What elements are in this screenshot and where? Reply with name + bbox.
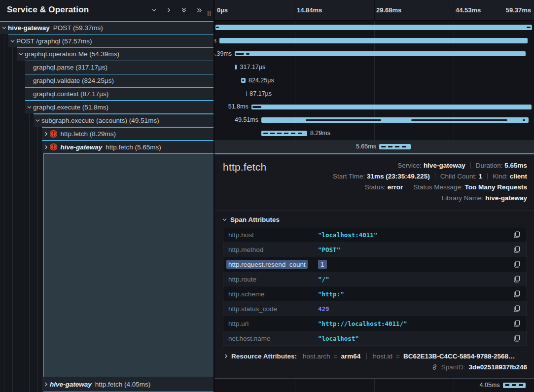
attribute-key: http.host bbox=[228, 231, 318, 239]
attribute-value: "http:" bbox=[318, 290, 509, 298]
indent-guide bbox=[37, 127, 38, 140]
chevron-down-icon[interactable] bbox=[34, 118, 41, 123]
tree-row[interactable]: hive-gatewayPOST (59.37ms) bbox=[0, 21, 214, 34]
meta-label: Start Time: bbox=[333, 173, 367, 180]
copy-icon[interactable] bbox=[514, 276, 520, 283]
indent-guide bbox=[4, 47, 4, 61]
chevron-right-icon[interactable] bbox=[42, 131, 50, 137]
indent-guide bbox=[12, 100, 13, 113]
span-bar[interactable] bbox=[379, 144, 411, 149]
copy-icon[interactable] bbox=[514, 261, 520, 268]
tree-row[interactable]: !http.fetch (8.29ms) bbox=[0, 127, 214, 140]
span-bar[interactable] bbox=[261, 117, 529, 123]
attribute-row[interactable]: http.request.resend_count1 bbox=[223, 257, 527, 272]
span-attributes-section-header[interactable]: Span Attributes bbox=[222, 216, 534, 223]
resource-attributes-row[interactable]: Resource Attributes:host.arch=arm64host.… bbox=[222, 353, 527, 360]
meta-value: 5.65ms bbox=[504, 162, 527, 169]
chevron-right-icon[interactable] bbox=[166, 7, 172, 13]
span-bar[interactable] bbox=[503, 383, 526, 388]
tree-row[interactable]: graphql.operation Me (54.39ms) bbox=[0, 47, 214, 61]
indent-guide bbox=[4, 61, 4, 74]
chevron-right-icon[interactable] bbox=[42, 382, 50, 387]
chevron-down-icon[interactable] bbox=[0, 25, 8, 31]
attribute-row[interactable]: http.scheme"http:" bbox=[223, 286, 527, 301]
tree-row[interactable]: POST /graphql (57.57ms) bbox=[0, 34, 214, 47]
meta-label: Service: bbox=[397, 162, 424, 169]
indent-guide bbox=[4, 100, 4, 113]
chevron-right-icon[interactable] bbox=[222, 354, 230, 359]
copy-icon[interactable] bbox=[514, 231, 520, 238]
span-label: POST /graphql (57.57ms) bbox=[16, 37, 92, 45]
tree-row[interactable]: graphql.validate (824.25µs) bbox=[0, 74, 214, 87]
meta-label: Status Message: bbox=[413, 183, 464, 191]
gridline bbox=[454, 0, 454, 20]
panel-title: Service & Operation bbox=[7, 5, 89, 15]
chevron-down-icon[interactable] bbox=[25, 105, 33, 110]
indent-guide bbox=[21, 140, 21, 153]
tree-row[interactable]: graphql.parse (317.17µs) bbox=[0, 61, 214, 74]
indent-guide bbox=[21, 377, 21, 392]
attribute-row[interactable]: http.method"POST" bbox=[223, 242, 527, 257]
bar-segment bbox=[246, 53, 250, 55]
span-bar[interactable] bbox=[241, 78, 246, 83]
copy-icon[interactable] bbox=[514, 320, 520, 327]
indent-guide bbox=[12, 140, 13, 153]
attribute-row[interactable]: http.url"http://localhost:4011/" bbox=[223, 316, 527, 331]
attribute-key: http.method bbox=[228, 246, 318, 253]
indent-guide bbox=[12, 74, 13, 87]
tree-row[interactable]: !hive-gatewayhttp.fetch (5.65ms) bbox=[0, 140, 214, 153]
copy-icon[interactable] bbox=[514, 290, 520, 297]
axis-tick-label: 59.37ms bbox=[506, 0, 531, 20]
attribute-row[interactable]: http.host"localhost:4011" bbox=[223, 227, 527, 242]
tree-row[interactable]: graphql.execute (51.8ms) bbox=[0, 100, 214, 113]
gridline bbox=[374, 0, 375, 20]
span-bar[interactable] bbox=[261, 131, 307, 136]
span-bar[interactable] bbox=[251, 105, 532, 110]
copy-icon[interactable] bbox=[514, 335, 520, 342]
meta-label: Library Name: bbox=[442, 194, 486, 202]
span-bar[interactable] bbox=[215, 25, 532, 30]
collapse-chevron-down-icon[interactable] bbox=[151, 7, 157, 13]
span-id-value: 3de02518937fb246 bbox=[468, 363, 527, 371]
copy-icon[interactable] bbox=[514, 246, 520, 253]
duration-label: 4.05ms bbox=[480, 379, 500, 392]
bar-segment bbox=[252, 106, 261, 108]
timeline-row[interactable]: 5.65ms bbox=[214, 140, 534, 153]
tree-row[interactable]: subgraph.execute (accounts) (49.51ms) bbox=[0, 113, 214, 127]
bar-segment bbox=[411, 119, 507, 121]
panel-resize-handle[interactable]: || bbox=[207, 10, 212, 16]
double-chevron-down-icon[interactable] bbox=[181, 7, 187, 13]
chevron-right-icon[interactable] bbox=[42, 144, 50, 150]
resource-attributes-title: Resource Attributes: bbox=[231, 353, 297, 360]
tree-row[interactable]: graphql.context (87.17µs) bbox=[0, 87, 214, 100]
duration-label: 51.8ms bbox=[228, 100, 249, 113]
attribute-row[interactable]: net.host.name"localhost" bbox=[223, 331, 527, 346]
attribute-row[interactable]: http.route"/" bbox=[223, 272, 527, 286]
double-chevron-right-icon[interactable] bbox=[196, 7, 203, 13]
bar-segment bbox=[216, 27, 219, 29]
span-id-label: SpanID: bbox=[441, 363, 465, 371]
attribute-row[interactable]: http.status_code429 bbox=[223, 301, 527, 316]
chevron-down-icon[interactable] bbox=[8, 38, 16, 44]
link-icon[interactable] bbox=[431, 364, 438, 370]
indent-guide bbox=[29, 140, 30, 153]
chevron-down-icon[interactable] bbox=[17, 51, 25, 57]
span-label: http.fetch (8.29ms) bbox=[61, 130, 116, 138]
span-id-row: SpanID: 3de02518937fb246 bbox=[214, 363, 527, 371]
attribute-key: http.route bbox=[228, 276, 318, 283]
indent-guide bbox=[37, 377, 38, 392]
copy-icon[interactable] bbox=[514, 305, 520, 312]
meta-label: Status: bbox=[365, 183, 388, 191]
span-bar[interactable] bbox=[235, 65, 237, 70]
span-bar[interactable] bbox=[246, 91, 247, 97]
indent-guide bbox=[12, 127, 13, 140]
indent-guide bbox=[12, 153, 13, 377]
meta-divider bbox=[487, 173, 488, 179]
span-bar[interactable] bbox=[235, 51, 526, 57]
meta-divider bbox=[408, 184, 408, 190]
tree-row[interactable]: hive-gatewayhttp.fetch (4.05ms) bbox=[0, 377, 214, 392]
bottom-timeline-row: 4.05ms bbox=[214, 378, 534, 392]
span-label: graphql.operation Me (54.39ms) bbox=[25, 50, 119, 58]
attribute-key: http.scheme bbox=[228, 290, 318, 298]
span-bar[interactable] bbox=[219, 38, 528, 43]
